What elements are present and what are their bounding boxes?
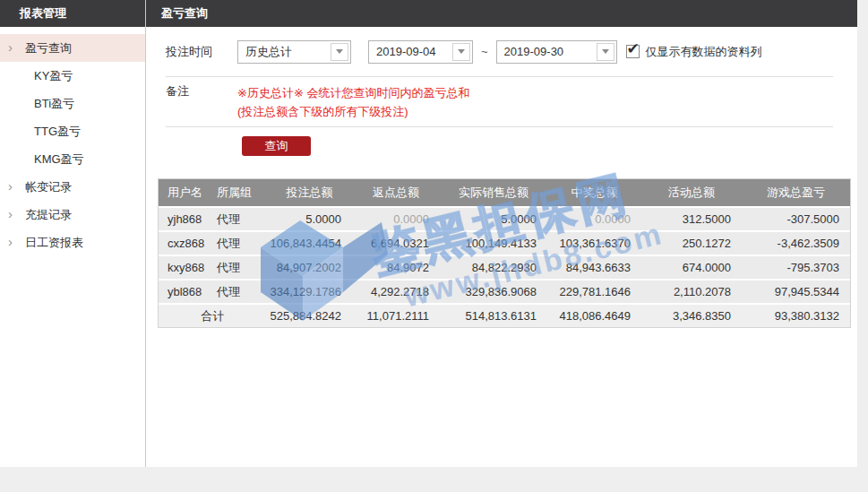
range-type-value: 历史总计 <box>238 44 329 60</box>
sidebar-item-label: TTG盈亏 <box>34 125 81 138</box>
sidebar-item-daily-wage-report[interactable]: ›日工资报表 <box>0 229 145 256</box>
table-cell: 代理 <box>211 236 267 252</box>
dropdown-arrow-icon <box>597 43 614 61</box>
table-cell: 329,836.9068 <box>440 285 547 298</box>
table-cell: 84,907.2002 <box>267 261 352 274</box>
sidebar-item-kmg-profit[interactable]: KMG盈亏 <box>0 145 145 173</box>
remark-label: 备注 <box>166 83 237 121</box>
checkbox-box: ✔ <box>626 45 640 58</box>
sidebar-item-label: KMG盈亏 <box>34 152 84 166</box>
table-cell: 5.0000 <box>440 212 547 226</box>
table-body: yjh868代理5.00000.00005.00000.0000312.5000… <box>159 206 850 303</box>
chevron-right-icon: › <box>8 200 13 228</box>
has-data-only-checkbox[interactable]: ✔ 仅显示有数据的资料列 <box>626 44 762 60</box>
table-cell: 0.0000 <box>352 212 440 226</box>
range-type-select[interactable]: 历史总计 <box>237 40 351 64</box>
sidebar-title: 报表管理 <box>0 0 145 27</box>
total-cell: 11,071.2111 <box>352 309 440 323</box>
table-cell: ybl868 <box>159 285 211 298</box>
table-row: kxy868代理84,907.200284.907284,822.293084,… <box>159 255 850 279</box>
remark-line-2: (投注总额含下级的所有下级投注) <box>237 102 469 121</box>
filter-row: 投注时间 历史总计 2019-09-04 ~ 2019-09-30 ✔ 仅显示有… <box>166 27 833 77</box>
table-cell: -307.5000 <box>742 212 850 226</box>
checkmark-icon: ✔ <box>627 39 640 58</box>
chevron-right-icon: › <box>8 33 13 61</box>
main-panel: 盈亏查询 投注时间 历史总计 2019-09-04 ~ 2019-09-30 ✔… <box>146 0 857 467</box>
date-from-value: 2019-09-04 <box>369 45 451 58</box>
date-range-separator: ~ <box>481 45 488 58</box>
table-cell: yjh868 <box>159 212 211 226</box>
column-header: 用户名 <box>159 185 211 201</box>
table-cell: 代理 <box>211 260 267 276</box>
table-cell: 100,149.4133 <box>440 237 547 250</box>
total-cell: 3,346.8350 <box>641 309 742 323</box>
table-row: ybl868代理334,129.17864,292.2718329,836.90… <box>159 279 850 303</box>
sidebar-item-account-change[interactable]: ›帐变记录 <box>0 173 145 201</box>
column-header: 所属组 <box>211 185 267 201</box>
total-label: 合计 <box>159 308 267 324</box>
table-cell: 84,943.6633 <box>547 261 641 274</box>
sidebar-item-label: 帐变记录 <box>25 180 72 194</box>
sidebar-item-label: 盈亏查询 <box>25 41 72 55</box>
chevron-right-icon: › <box>8 172 13 200</box>
remark-section: 备注 ※历史总计※ 会统计您查询时间内的盈亏总和 (投注总额含下级的所有下级投注… <box>166 77 833 127</box>
sidebar-item-label: KY盈亏 <box>34 69 73 82</box>
sidebar-item-label: 日工资报表 <box>25 236 83 249</box>
page-title: 盈亏查询 <box>146 0 857 27</box>
table-cell: 6,694.0321 <box>352 237 440 250</box>
table-cell: 250.1272 <box>641 237 742 250</box>
query-button[interactable]: 查询 <box>242 136 311 156</box>
table-header-row: 用户名所属组投注总额返点总额实际销售总额中奖总额活动总额游戏总盈亏 <box>159 179 850 206</box>
table-cell: 229,781.1646 <box>547 285 641 298</box>
sidebar: 报表管理 ›盈亏查询KY盈亏BTi盈亏TTG盈亏KMG盈亏›帐变记录›充提记录›… <box>0 0 146 467</box>
sidebar-item-ky-profit[interactable]: KY盈亏 <box>0 62 145 90</box>
sidebar-item-ttg-profit[interactable]: TTG盈亏 <box>0 117 145 145</box>
column-header: 游戏总盈亏 <box>742 185 850 201</box>
table-cell: -3,462.3509 <box>742 237 850 250</box>
checkbox-label: 仅显示有数据的资料列 <box>646 44 762 60</box>
table-cell: 代理 <box>211 284 267 300</box>
table-cell: 代理 <box>211 211 267 228</box>
dropdown-arrow-icon <box>452 43 470 61</box>
table-cell: 5.0000 <box>267 212 352 226</box>
total-cell: 93,380.3132 <box>742 309 850 323</box>
remark-text: ※历史总计※ 会统计您查询时间内的盈亏总和 (投注总额含下级的所有下级投注) <box>237 83 469 121</box>
table-cell: 0.0000 <box>547 212 641 226</box>
table-total-row: 合计525,884.824211,071.2111514,813.6131418… <box>159 303 850 327</box>
table-row: yjh868代理5.00000.00005.00000.0000312.5000… <box>159 206 850 230</box>
column-header: 中奖总额 <box>547 185 641 201</box>
sidebar-item-deposit-withdraw[interactable]: ›充提记录 <box>0 201 145 229</box>
table-cell: 334,129.1786 <box>267 285 352 298</box>
table-cell: 97,945.5344 <box>742 285 850 298</box>
date-to-value: 2019-09-30 <box>497 45 595 58</box>
table-cell: -795.3703 <box>742 261 850 274</box>
chevron-right-icon: › <box>8 228 13 255</box>
table-row: cxz868代理106,843.44546,694.0321100,149.41… <box>159 230 850 255</box>
table-cell: 312.5000 <box>641 212 742 226</box>
bet-time-label: 投注时间 <box>166 44 237 60</box>
total-cell: 525,884.8242 <box>267 309 352 323</box>
sidebar-item-label: BTi盈亏 <box>34 97 74 110</box>
table-cell: 84.9072 <box>352 261 440 274</box>
table-cell: 106,843.4454 <box>267 237 352 250</box>
sidebar-item-bti-profit[interactable]: BTi盈亏 <box>0 90 145 117</box>
sidebar-item-label: 充提记录 <box>25 208 72 221</box>
table-cell: kxy868 <box>159 261 211 274</box>
table-cell: 4,292.2718 <box>352 285 440 298</box>
table-cell: 2,110.2078 <box>641 285 742 298</box>
dropdown-arrow-icon <box>331 43 348 61</box>
sidebar-item-profit-query[interactable]: ›盈亏查询 <box>0 34 145 62</box>
column-header: 实际销售总额 <box>440 185 547 201</box>
column-header: 活动总额 <box>641 185 742 201</box>
total-cell: 514,813.6131 <box>440 309 547 323</box>
total-cell: 418,086.4649 <box>547 309 641 323</box>
date-to-select[interactable]: 2019-09-30 <box>496 40 617 64</box>
date-from-select[interactable]: 2019-09-04 <box>368 40 473 64</box>
table-cell: 674.0000 <box>641 261 742 274</box>
column-header: 投注总额 <box>267 185 352 201</box>
column-header: 返点总额 <box>352 185 440 201</box>
remark-line-1: ※历史总计※ 会统计您查询时间内的盈亏总和 <box>237 83 469 102</box>
profit-table: 用户名所属组投注总额返点总额实际销售总额中奖总额活动总额游戏总盈亏 yjh868… <box>158 178 851 328</box>
sidebar-menu: ›盈亏查询KY盈亏BTi盈亏TTG盈亏KMG盈亏›帐变记录›充提记录›日工资报表 <box>0 34 145 256</box>
table-cell: 84,822.2930 <box>440 261 547 274</box>
